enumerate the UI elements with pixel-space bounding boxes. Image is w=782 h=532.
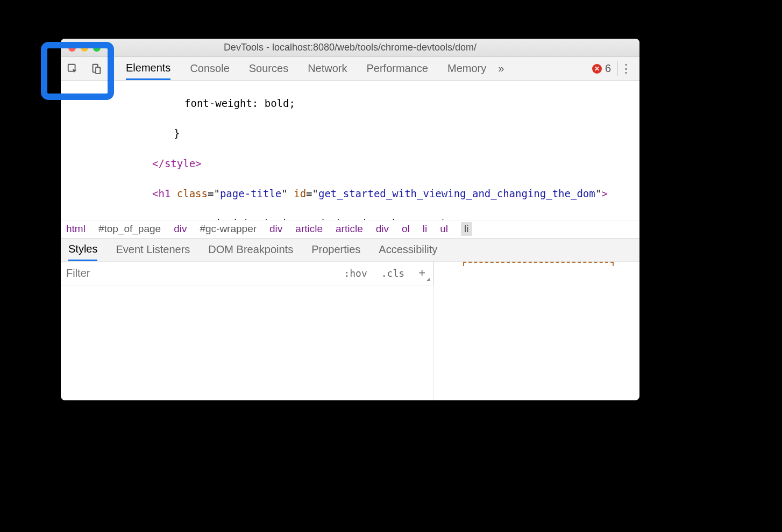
box-model-margin [463,262,614,266]
cls-toggle[interactable]: .cls [378,265,408,281]
breadcrumb-item[interactable]: ol [402,223,410,235]
box-model-pane [434,262,639,401]
breadcrumb-item[interactable]: div [269,223,282,235]
svg-rect-2 [96,67,100,74]
close-window-button[interactable] [68,44,76,52]
dom-line: font-weight: bold; [184,96,639,111]
tab-sources[interactable]: Sources [249,57,288,80]
inspect-element-icon[interactable] [61,57,84,80]
tab-accessibility[interactable]: Accessibility [379,239,437,261]
dom-line[interactable]: <h1 class="page-title" id="get_started_w… [152,186,639,201]
minimize-window-button[interactable] [81,44,88,52]
tab-console[interactable]: Console [190,57,229,80]
breadcrumb-item[interactable]: div [174,223,187,235]
styles-pane: :hov .cls + [61,262,639,401]
styles-filter-input[interactable] [61,267,340,279]
breadcrumb-item[interactable]: article [295,223,323,235]
breadcrumb-item[interactable]: li [423,223,427,235]
tab-elements[interactable]: Elements [126,57,170,80]
new-style-rule-button[interactable]: + [415,266,429,280]
device-toolbar-icon[interactable] [84,57,108,80]
devtools-window: DevTools - localhost:8080/web/tools/chro… [61,39,639,400]
toolbar-separator [617,61,618,76]
toolbar-separator [110,61,111,76]
breadcrumb-item[interactable]: html [66,223,86,235]
elements-dom-tree[interactable]: font-weight: bold; } </style> <h1 class=… [61,81,639,220]
settings-kebab-icon[interactable]: ⋮ [620,62,632,76]
tab-memory[interactable]: Memory [447,57,486,80]
dom-line: } [174,126,639,141]
dom-line[interactable]: Get Started With Viewing And Changing Th… [152,216,639,220]
traffic-lights [68,44,101,52]
breadcrumb-item[interactable]: article [336,223,363,235]
breadcrumb-item[interactable]: ul [440,223,448,235]
breadcrumb-item[interactable]: #gc-wrapper [200,223,257,235]
tab-properties[interactable]: Properties [311,239,360,261]
zoom-window-button[interactable] [93,44,101,52]
tab-styles[interactable]: Styles [68,239,97,261]
error-count-value: 6 [605,62,611,75]
breadcrumb-bar: html #top_of_page div #gc-wrapper div ar… [61,220,639,238]
tab-dom-breakpoints[interactable]: DOM Breakpoints [208,239,293,261]
error-icon: ✕ [592,64,602,74]
breadcrumb-item[interactable]: #top_of_page [98,223,161,235]
window-titlebar: DevTools - localhost:8080/web/tools/chro… [61,39,639,57]
panel-tabs: Elements Console Sources Network Perform… [126,57,486,80]
styles-tabs: Styles Event Listeners DOM Breakpoints P… [61,238,639,262]
tab-performance[interactable]: Performance [367,57,429,80]
more-tabs-icon[interactable]: » [498,62,504,75]
tab-network[interactable]: Network [308,57,347,80]
styles-filter-row: :hov .cls + [61,262,433,285]
tab-event-listeners[interactable]: Event Listeners [116,239,190,261]
breadcrumb-item[interactable]: div [376,223,389,235]
breadcrumb-item-selected[interactable]: li [461,222,472,236]
hov-toggle[interactable]: :hov [340,265,370,281]
window-title: DevTools - localhost:8080/web/tools/chro… [61,42,639,53]
dom-line[interactable]: </style> [152,156,639,171]
main-toolbar: Elements Console Sources Network Perform… [61,57,639,81]
error-count[interactable]: ✕ 6 [592,62,611,75]
